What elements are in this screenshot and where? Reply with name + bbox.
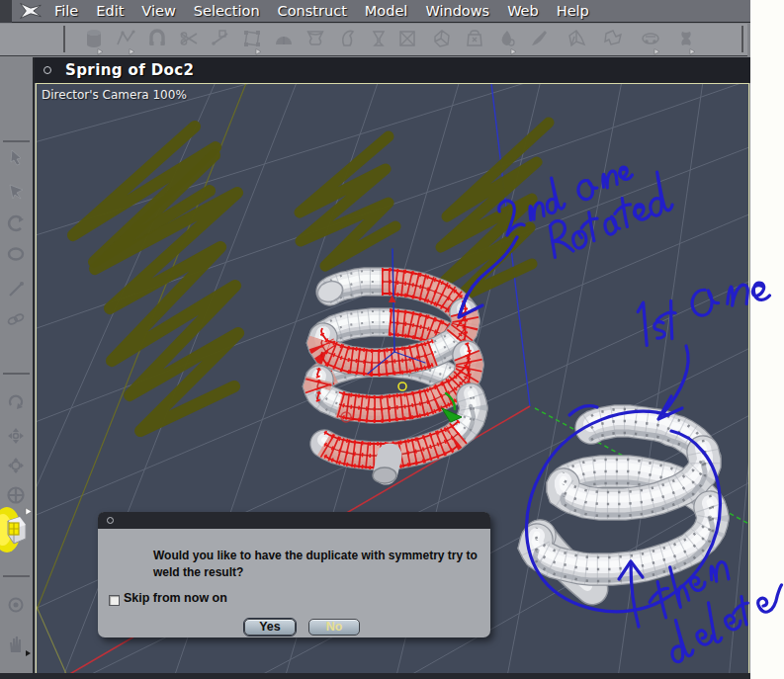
- toolbar-icon-plane-cut-tool[interactable]: [212, 31, 227, 45]
- sidebar-icons[interactable]: [0, 57, 33, 673]
- toolbar-icon-magnet-tool[interactable]: [150, 31, 165, 45]
- sidebar-tool-move-arrows[interactable]: [8, 428, 24, 444]
- no-button[interactable]: No: [308, 619, 360, 636]
- app-logo-icon: [17, 1, 44, 21]
- toolbar-icon-dome-tool[interactable]: [276, 37, 292, 44]
- sidebar-tool-line-pen[interactable]: [10, 282, 24, 296]
- sidebar-tool-pan-hand[interactable]: [10, 637, 21, 652]
- camera-label: Director's Camera 100%: [42, 88, 187, 102]
- viewport-title-bar[interactable]: Spring of Doc2: [35, 57, 750, 83]
- menu-item-construct[interactable]: Construct: [278, 3, 347, 19]
- screen: FileEditViewSelectionConstructModelWindo…: [0, 0, 784, 679]
- sidebar-tool-cube-panel-active[interactable]: [0, 507, 32, 552]
- toolbar-icon-goblet-tool[interactable]: [374, 32, 384, 45]
- toolbar-icon-lattice-tool[interactable]: [244, 31, 260, 46]
- skip-checkbox[interactable]: [109, 595, 120, 606]
- sidebar-tool-undo-rotate[interactable]: [10, 396, 23, 409]
- viewport-collapse-icon[interactable]: [44, 66, 51, 74]
- spring-original[interactable]: [535, 409, 713, 589]
- sidebar-tool-camera-eye[interactable]: [10, 599, 23, 612]
- toolbar-icon-facet-cube-tool[interactable]: [435, 31, 449, 46]
- sidebar-tool-select-arrow[interactable]: [11, 150, 21, 165]
- app-window: FileEditViewSelectionConstructModelWindo…: [0, 0, 750, 679]
- menu-item-web[interactable]: Web: [507, 3, 539, 19]
- weld-confirm-dialog: Would you like to have the duplicate wit…: [98, 512, 490, 637]
- toolbar-icon-bend-tool[interactable]: [343, 31, 353, 45]
- toolbar-icon-bone-tool[interactable]: [681, 32, 690, 45]
- sidebar-tool-rotate-c[interactable]: [9, 216, 24, 230]
- toolbar-icon-delete-box-tool[interactable]: [400, 32, 414, 45]
- yes-button[interactable]: Yes: [244, 619, 296, 636]
- toolbar-icon-pack-tool[interactable]: [468, 31, 481, 45]
- menu-item-model[interactable]: Model: [365, 3, 408, 19]
- tool-sidebar: [0, 57, 35, 673]
- skip-checkbox-label: Skip from now on: [124, 591, 227, 605]
- toolbar-icon-vehicle-tool[interactable]: [643, 34, 658, 43]
- dialog-message: Would you like to have the duplicate wit…: [153, 548, 485, 581]
- toolbar-icons[interactable]: [87, 30, 695, 54]
- menu-item-selection[interactable]: Selection: [194, 3, 260, 19]
- menu-item-help[interactable]: Help: [557, 3, 589, 19]
- menu-item-edit[interactable]: Edit: [96, 3, 124, 19]
- menu-item-file[interactable]: File: [54, 3, 78, 19]
- toolbar-icon-brush-tool[interactable]: [532, 31, 547, 45]
- sidebar-tool-ellipse[interactable]: [9, 249, 23, 260]
- toolbar-icon-flag-3d-tool[interactable]: [569, 31, 584, 45]
- toolbar: [0, 24, 747, 56]
- toolbar-icon-lathe-tool[interactable]: [307, 32, 323, 44]
- viewport-title: Spring of Doc2: [65, 61, 194, 79]
- window-bottom-edge: [0, 673, 750, 679]
- toolbar-icon-drop-paint-tool[interactable]: [502, 31, 514, 45]
- sidebar-tool-scale-sphere[interactable]: [8, 458, 24, 473]
- menubar-left-edge: [0, 0, 12, 23]
- dialog-title-bar[interactable]: [98, 512, 490, 529]
- dialog-collapse-icon[interactable]: [107, 517, 114, 524]
- toolbar-icon-arrow-3d-tool[interactable]: [605, 31, 621, 44]
- sidebar-tool-chain-link[interactable]: [7, 313, 24, 325]
- sidebar-tool-crosshair[interactable]: [9, 488, 24, 503]
- toolbar-icon-delete-tool[interactable]: [87, 30, 101, 47]
- toolbar-icon-cut-tool[interactable]: [181, 33, 197, 44]
- toolbar-icon-polyline-tool[interactable]: [118, 30, 135, 44]
- sidebar-tool-select-solid[interactable]: [10, 185, 23, 199]
- menu-item-view[interactable]: View: [141, 3, 175, 19]
- menu-bar: FileEditViewSelectionConstructModelWindo…: [0, 0, 750, 23]
- menu-item-windows[interactable]: Windows: [425, 3, 489, 19]
